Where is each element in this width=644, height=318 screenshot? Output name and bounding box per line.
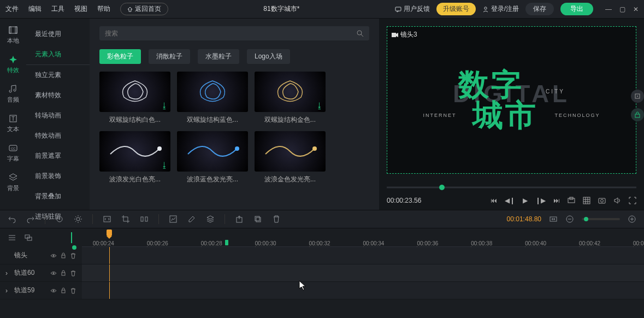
fullscreen-icon[interactable] bbox=[629, 197, 636, 204]
edit-icon[interactable] bbox=[187, 215, 196, 223]
lock-icon[interactable] bbox=[60, 287, 67, 294]
range-start-knob[interactable] bbox=[72, 245, 76, 250]
menu-edit[interactable]: 编辑 bbox=[28, 4, 42, 14]
cat-material-fx[interactable]: 素材特效 bbox=[26, 85, 90, 105]
cat-element-in[interactable]: 元素入场 bbox=[26, 44, 90, 65]
save-button[interactable]: 保存 bbox=[525, 3, 554, 15]
playhead[interactable] bbox=[107, 229, 112, 236]
visibility-icon[interactable] bbox=[50, 252, 57, 259]
play-icon[interactable]: ▶ bbox=[523, 197, 528, 204]
asset-item[interactable]: ⭳双螺旋结构金色... bbox=[255, 72, 326, 125]
asset-item[interactable]: 波浪金色发光亮... bbox=[255, 131, 326, 184]
home-button[interactable]: 返回首页 bbox=[120, 3, 168, 15]
cat-transition[interactable]: 转场动画 bbox=[26, 105, 90, 126]
filter-logo-in[interactable]: Logo入场 bbox=[247, 49, 290, 64]
asset-thumb[interactable]: ⭳ bbox=[255, 72, 326, 112]
search-input[interactable] bbox=[105, 30, 356, 37]
track-body[interactable] bbox=[82, 282, 644, 299]
menu-tools[interactable]: 工具 bbox=[51, 4, 64, 14]
stack-icon[interactable] bbox=[206, 215, 215, 223]
cat-bg-overlay[interactable]: 背景叠加 bbox=[26, 186, 90, 207]
asset-thumb[interactable]: ⭳ bbox=[99, 131, 170, 172]
cat-fg-decor[interactable]: 前景装饰 bbox=[26, 166, 90, 186]
filter-dissipate[interactable]: 消散粒子 bbox=[149, 49, 190, 64]
cat-independent[interactable]: 独立元素 bbox=[26, 65, 90, 85]
timeline-ruler[interactable]: 00:00:2400:00:2600:00:2800:00:3000:00:32… bbox=[82, 228, 644, 247]
copy-icon[interactable] bbox=[253, 215, 262, 223]
grid-icon[interactable] bbox=[583, 197, 590, 204]
export-button[interactable]: 导出 bbox=[560, 3, 593, 15]
track-body[interactable] bbox=[82, 247, 644, 264]
login-button[interactable]: 登录/注册 bbox=[482, 4, 519, 14]
delete-icon[interactable] bbox=[272, 215, 281, 223]
filter-color-particle[interactable]: 彩色粒子 bbox=[99, 49, 141, 64]
preview-progress-knob[interactable] bbox=[439, 185, 445, 190]
cat-fx-anim[interactable]: 特效动画 bbox=[26, 126, 90, 146]
window-minimize-icon[interactable]: — bbox=[605, 5, 612, 13]
asset-thumb[interactable] bbox=[177, 72, 248, 112]
upgrade-button[interactable]: 升级账号 bbox=[436, 3, 476, 15]
window-maximize-icon[interactable]: ▢ bbox=[619, 5, 625, 13]
zoom-slider[interactable] bbox=[582, 218, 620, 220]
menu-help[interactable]: 帮助 bbox=[97, 4, 110, 14]
crop-tool-icon[interactable] bbox=[631, 90, 644, 103]
expand-icon[interactable]: › bbox=[5, 269, 11, 277]
nav-local[interactable]: 本地 bbox=[7, 25, 19, 45]
preview-progress[interactable] bbox=[387, 181, 636, 193]
asset-item[interactable]: ⭳波浪发光白色亮... bbox=[99, 131, 170, 184]
asset-item[interactable]: 双螺旋结构蓝色... bbox=[177, 72, 248, 125]
nav-subtitle[interactable]: CC 字幕 bbox=[7, 143, 19, 163]
target-icon[interactable] bbox=[55, 215, 64, 223]
search-icon[interactable] bbox=[356, 30, 364, 37]
lock-tool-icon[interactable] bbox=[631, 108, 644, 121]
asset-thumb[interactable] bbox=[177, 131, 248, 172]
track-range-start-dot[interactable] bbox=[71, 232, 74, 243]
track-header[interactable]: › 轨道59 bbox=[0, 282, 82, 299]
track-header[interactable]: 镜头 bbox=[0, 247, 82, 264]
export-clip-icon[interactable] bbox=[235, 215, 244, 223]
cat-fg-mask[interactable]: 前景遮罩 bbox=[26, 146, 90, 166]
zoom-knob[interactable] bbox=[584, 217, 588, 221]
menu-file[interactable]: 文件 bbox=[5, 4, 19, 14]
code-icon[interactable] bbox=[103, 215, 111, 223]
skip-end-icon[interactable]: ⏭ bbox=[553, 197, 560, 204]
crop-icon[interactable] bbox=[121, 215, 130, 223]
expand-icon[interactable]: › bbox=[5, 287, 11, 295]
trash-icon[interactable] bbox=[70, 252, 76, 259]
settings-icon[interactable] bbox=[74, 215, 82, 223]
mask-icon[interactable] bbox=[169, 215, 178, 223]
fit-icon[interactable] bbox=[549, 215, 558, 223]
lock-icon[interactable] bbox=[60, 252, 67, 259]
lock-icon[interactable] bbox=[60, 270, 67, 276]
visibility-icon[interactable] bbox=[50, 270, 57, 276]
window-close-icon[interactable]: ✕ bbox=[633, 5, 639, 13]
timeline-marker[interactable] bbox=[225, 240, 228, 245]
track-list-icon[interactable] bbox=[8, 233, 16, 242]
volume-icon[interactable] bbox=[613, 197, 621, 204]
visibility-icon[interactable] bbox=[50, 287, 57, 294]
redo-icon[interactable] bbox=[26, 215, 35, 223]
trash-icon[interactable] bbox=[70, 270, 76, 276]
trash-icon[interactable] bbox=[70, 287, 76, 294]
cat-recent[interactable]: 最近使用 bbox=[26, 24, 90, 44]
track-header[interactable]: › 轨道60 bbox=[0, 264, 82, 281]
skip-start-icon[interactable]: ⏮ bbox=[491, 197, 497, 204]
filter-ink[interactable]: 水墨粒子 bbox=[198, 49, 239, 64]
step-fwd-icon[interactable]: ❙▶ bbox=[535, 197, 546, 204]
download-icon[interactable]: ⭳ bbox=[161, 161, 168, 169]
asset-item[interactable]: 波浪蓝色发光亮... bbox=[177, 131, 248, 184]
asset-thumb[interactable]: ⭳ bbox=[99, 72, 170, 112]
nav-text[interactable]: T 文本 bbox=[7, 114, 19, 133]
track-body[interactable] bbox=[82, 264, 644, 281]
undo-icon[interactable] bbox=[8, 215, 16, 223]
asset-thumb[interactable] bbox=[255, 131, 326, 172]
zoom-out-icon[interactable] bbox=[565, 215, 574, 223]
split-icon[interactable] bbox=[140, 215, 149, 223]
nav-effects[interactable]: 特效 bbox=[7, 55, 19, 74]
snapshot-icon[interactable] bbox=[598, 197, 606, 204]
download-icon[interactable]: ⭳ bbox=[161, 101, 168, 110]
zoom-in-icon[interactable] bbox=[628, 215, 636, 223]
nav-background[interactable]: 背景 bbox=[7, 173, 19, 192]
loop-icon[interactable] bbox=[568, 197, 575, 204]
step-back-icon[interactable]: ◀❙ bbox=[505, 197, 515, 204]
